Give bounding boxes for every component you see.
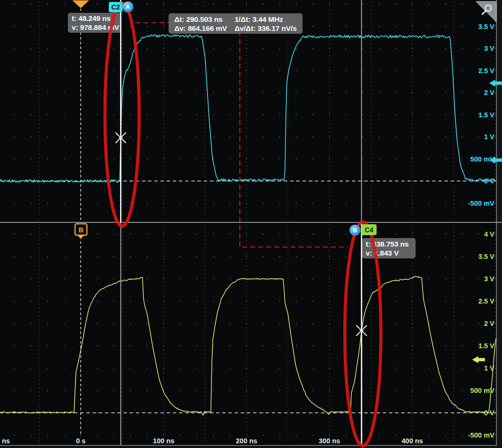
cursor-b-badge[interactable]: B <box>350 225 360 236</box>
channel4-level-arrow[interactable] <box>472 356 485 363</box>
trigger-b-label: B <box>78 226 83 234</box>
channel2-level-arrow[interactable] <box>489 157 502 164</box>
annotation-oval-cursor1 <box>105 3 139 226</box>
cursor-and-annotation-overlay: B <box>0 0 502 448</box>
cursor-a-badge[interactable]: A <box>123 1 133 12</box>
channel2-level-arrow[interactable] <box>489 80 502 87</box>
trigger-marker-b[interactable]: B <box>75 224 87 239</box>
cursor1-channel-badge[interactable]: C2 <box>109 2 123 12</box>
oscilloscope-screen: 3.5 V3 V2.5 V2 V1.5 V1 V500 mV0 V-500 mV… <box>0 0 502 448</box>
zoom-tool-badge[interactable] <box>476 1 496 22</box>
annotation-oval-cursor2 <box>345 222 381 446</box>
trigger-marker-top[interactable] <box>73 0 89 8</box>
cursor2-channel-badge[interactable]: C4 <box>361 224 377 235</box>
